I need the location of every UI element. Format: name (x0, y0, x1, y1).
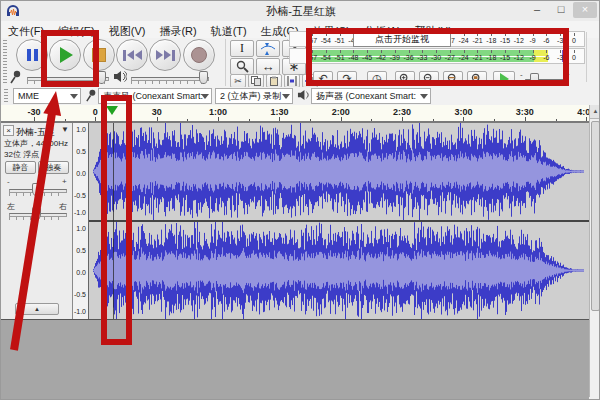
ruler-value: 0.5 (72, 247, 86, 254)
timeline-tick (463, 117, 464, 121)
redo-button[interactable]: ↷ (337, 71, 357, 86)
meter-scale-label: -42 (374, 54, 388, 61)
ruler-value: 0.0 (72, 269, 86, 276)
recording-channels-select[interactable]: 2 (立体声) 录制 (215, 88, 293, 104)
scrollbar-thumb[interactable] (591, 121, 600, 311)
pause-button[interactable] (16, 39, 48, 71)
meter-tick (326, 33, 327, 36)
meter-tick (436, 50, 437, 53)
chevron-down-icon (70, 94, 78, 99)
meter-tick (312, 50, 313, 53)
output-device-speaker-icon (297, 89, 310, 101)
solo-button[interactable]: 独奏 (38, 161, 69, 174)
ruler-value: -0.5 (72, 192, 86, 199)
play-icon (60, 47, 73, 63)
playback-device-select[interactable]: 扬声器 (Conexant Smart: (311, 88, 431, 104)
play-button[interactable] (49, 39, 81, 71)
meter-scale-label: -21 (470, 54, 484, 61)
sync-lock-button[interactable]: ◷ (367, 71, 387, 86)
audio-host-select[interactable]: MME (13, 88, 81, 104)
meter-tick (381, 50, 382, 53)
trim-audio-button[interactable] (284, 74, 300, 88)
device-toolbar-grabber[interactable] (4, 89, 8, 103)
selection-tool-icon: I (240, 41, 244, 56)
menu-item-5[interactable]: 轨道(T) (204, 22, 254, 39)
record-icon (191, 47, 207, 63)
input-volume-thumb[interactable] (97, 71, 106, 84)
menu-item-4[interactable]: 播录(R) (152, 22, 203, 39)
playhead-triangle[interactable] (106, 106, 118, 115)
menu-item-1[interactable]: 文件(F) (1, 22, 51, 39)
copy-button[interactable] (248, 74, 264, 88)
meter-tick (477, 33, 478, 36)
close-button[interactable]: × (573, 2, 597, 18)
meter-tick (367, 50, 368, 53)
pause-icon (27, 49, 38, 61)
timeline-tick-minor (310, 119, 311, 121)
meter-scale-label: -24 (457, 54, 471, 61)
undo-icon: ↶ (318, 73, 327, 84)
fit-selection-icon (447, 73, 459, 85)
stop-button[interactable] (83, 39, 115, 71)
zoom-tool-button[interactable] (230, 58, 254, 75)
track-menu-dropdown-icon[interactable]: ▼ (61, 125, 69, 134)
fit-project-button[interactable] (467, 71, 487, 86)
track-collapse-button[interactable]: ▲ (15, 303, 59, 315)
timeshift-tool-button[interactable]: ↔ (256, 58, 280, 75)
cut-button[interactable]: ✂ (230, 74, 246, 88)
mixer-toolbar-grabber[interactable] (3, 70, 7, 85)
timeline-tick-minor (65, 119, 66, 121)
skip-to-end-button[interactable] (149, 39, 181, 71)
record-button[interactable] (183, 39, 215, 71)
meter-tick (546, 50, 547, 53)
fit-selection-button[interactable] (443, 71, 463, 86)
skip-to-start-button[interactable] (116, 39, 148, 71)
timeline-tick-minor (249, 119, 250, 121)
mute-button[interactable]: 静音 (5, 161, 36, 174)
minimize-button[interactable]: – (525, 2, 549, 18)
meter-scale-label: -33 (415, 54, 429, 61)
vertical-scrollbar[interactable]: ▲ (589, 105, 600, 397)
meter-scale-label: -21 (470, 37, 484, 44)
playback-device-value: 扬声器 (Conexant Smart: (316, 91, 416, 101)
meter-scale-label: -39 (388, 54, 402, 61)
audio-host-value: MME (18, 91, 39, 101)
undo-button[interactable]: ↶ (313, 71, 333, 86)
menu-item-2[interactable]: 编辑(E) (51, 22, 102, 39)
playback-meter[interactable]: -57-54-51-48-45-42-39-36-33-30-27-24-21-… (289, 48, 585, 64)
selection-tool-button[interactable]: I (230, 40, 254, 57)
meter-tick (464, 33, 465, 36)
meter-tick (477, 50, 478, 53)
envelope-tool-button[interactable] (256, 40, 280, 57)
zoom-in-button[interactable] (395, 71, 415, 86)
pan-thumb[interactable] (32, 207, 41, 220)
timeline-ruler[interactable]: -300301:001:302:002:303:003:304:00 (1, 105, 589, 123)
meter-tick (312, 33, 313, 36)
recording-device-select[interactable]: 麦克风 (Conexant Smart: (98, 88, 212, 104)
skip-to-start-icon (123, 50, 142, 61)
track-close-button[interactable]: × (3, 125, 14, 136)
transport-toolbar-grabber[interactable] (3, 40, 7, 68)
skip-to-end-icon (156, 50, 175, 61)
scrollbar-up-icon[interactable]: ▲ (590, 105, 600, 119)
menu-item-3[interactable]: 视图(V) (102, 22, 153, 39)
meter-tick (450, 50, 451, 53)
maximize-button[interactable]: □ (549, 2, 573, 18)
timeline-label: 1:00 (204, 107, 232, 117)
meter-tick (574, 50, 575, 53)
paste-button[interactable] (266, 74, 282, 88)
microphone-icon (9, 70, 22, 84)
output-volume-thumb[interactable] (199, 71, 208, 84)
meter-scale-label: -54 (319, 37, 333, 44)
pan-left-label: 左 (7, 201, 15, 212)
play-at-speed-button[interactable] (493, 71, 515, 86)
play-at-speed-icon (500, 73, 509, 85)
waveform-channel-left[interactable] (89, 123, 589, 220)
speed-slider-thumb[interactable] (530, 73, 539, 86)
zoom-out-button[interactable] (419, 71, 439, 86)
gain-thumb[interactable] (32, 183, 41, 196)
vertical-scale-ruler[interactable]: 1.00.50.0-0.5-1.01.00.50.0-0.5-1.0 (73, 123, 89, 319)
zoom-in-icon (399, 73, 411, 85)
waveform-channel-right[interactable] (89, 222, 589, 319)
timeline-label: 2:30 (388, 107, 416, 117)
